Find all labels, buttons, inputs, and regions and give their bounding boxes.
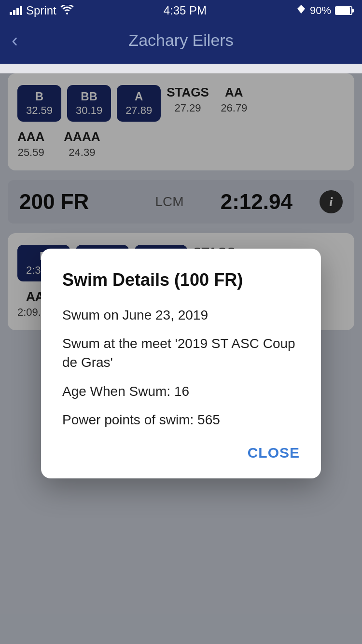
battery-icon: [335, 6, 352, 15]
signal-icon: [10, 6, 22, 15]
status-left: Sprint: [10, 4, 74, 17]
close-button[interactable]: CLOSE: [248, 445, 300, 461]
page-title: Zachary Eilers: [128, 31, 233, 50]
battery-percent: 90%: [310, 4, 331, 17]
modal-line-2: Swum at the meet '2019 ST ASC Coup de Gr…: [62, 334, 300, 372]
wifi-icon: [60, 4, 74, 17]
modal-title: Swim Details (100 FR): [62, 270, 300, 290]
modal-overlay: Swim Details (100 FR) Swum on June 23, 2…: [0, 73, 362, 644]
status-bar: Sprint 4:35 PM 90%: [0, 0, 362, 21]
modal-line-1: Swum on June 23, 2019: [62, 306, 300, 324]
status-time: 4:35 PM: [164, 4, 207, 17]
modal-line-3: Age When Swum: 16: [62, 382, 300, 401]
swim-details-modal: Swim Details (100 FR) Swum on June 23, 2…: [41, 249, 321, 478]
carrier-label: Sprint: [26, 4, 56, 17]
status-right: 90%: [296, 4, 352, 17]
modal-line-4: Power points of swim: 565: [62, 410, 300, 429]
nav-header: ‹ Zachary Eilers: [0, 21, 362, 64]
location-icon: [296, 4, 306, 17]
modal-close-row: CLOSE: [62, 445, 300, 461]
back-button[interactable]: ‹: [12, 30, 18, 50]
main-content: B 32.59 BB 30.19 A 27.89 STAGS 27.: [0, 73, 362, 644]
